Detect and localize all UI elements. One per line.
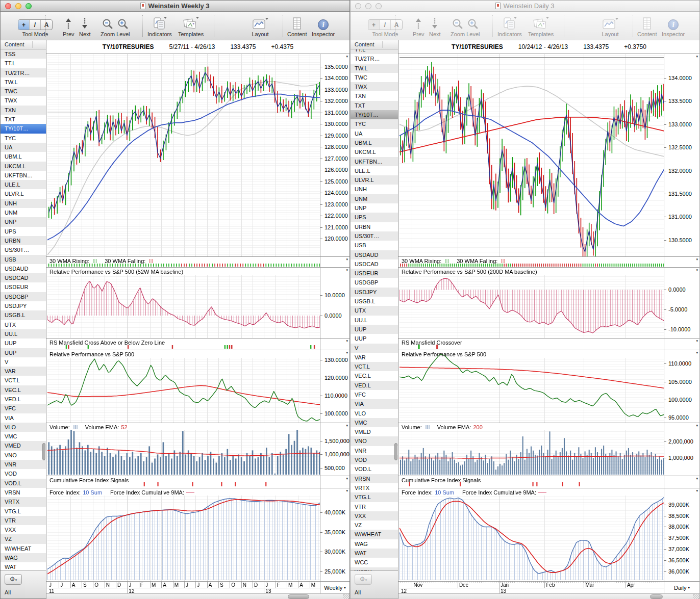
sidebar-item-vxx[interactable]: VXX (1, 525, 46, 534)
panel-disclosure-icon[interactable]: ▾ (346, 488, 348, 493)
sidebar-item-ubm-l[interactable]: UBM.L (351, 138, 398, 147)
panel-disclosure-icon[interactable]: ▾ (346, 476, 348, 481)
sidebar-item-usgb-l[interactable]: USGB.L (351, 297, 398, 306)
sidebar-item-var[interactable]: VAR (1, 367, 46, 376)
horizontal-scrollbar[interactable] (398, 593, 699, 599)
sidebar-item-usgb-l[interactable]: USGB.L (1, 310, 46, 320)
sidebar-item-wcc[interactable]: WCC (351, 558, 398, 567)
panel-disclosure-icon[interactable]: ▾ (696, 54, 698, 59)
sidebar-item-vod[interactable]: VOD (351, 455, 398, 464)
scrollbar-thumb[interactable] (650, 594, 663, 599)
sidebar-item-vct-l[interactable]: VCT.L (351, 362, 398, 371)
gear-menu-button[interactable]: ⚙▾ (355, 574, 372, 585)
sidebar-item-tt-l[interactable]: TT.L (1, 59, 46, 68)
tool-line-button[interactable]: / (30, 20, 41, 30)
sidebar-item-vz[interactable]: VZ (351, 520, 398, 530)
sidebar-item-ups[interactable]: UPS (1, 227, 46, 236)
panel-disclosure-icon[interactable]: ▾ (696, 338, 698, 343)
sidebar-item-uup[interactable]: UUP (1, 338, 46, 348)
sidebar-item-vmc[interactable]: VMC (351, 418, 398, 427)
layout-button[interactable]: Layout (252, 15, 269, 37)
sidebar-item-tw-l[interactable]: TW.L (1, 77, 46, 87)
sidebar-item-uup[interactable]: UUP (351, 325, 398, 334)
inspector-button[interactable]: Inspector (312, 15, 335, 37)
sidebar-item-ved-l[interactable]: VED.L (351, 381, 398, 390)
sidebar-item-via[interactable]: VIA (1, 413, 46, 423)
zoom-out-icon[interactable] (102, 18, 114, 30)
sidebar-item-txt[interactable]: TXT (351, 101, 398, 110)
sidebar-item-usdcad[interactable]: USDCAD (1, 273, 46, 282)
panel-disclosure-icon[interactable]: ▾ (696, 423, 698, 428)
sidebar-item-ukftbn[interactable]: UKFTBN… (1, 171, 46, 180)
sidebar-item-vec-l[interactable]: VEC.L (351, 371, 398, 380)
volume-canvas[interactable] (47, 423, 321, 476)
sidebar-item-vno[interactable]: VNO (351, 436, 398, 446)
sidebar-item-via[interactable]: VIA (351, 399, 398, 408)
sidebar-header[interactable]: Content (351, 40, 398, 49)
sidebar-item-utx[interactable]: UTX (351, 306, 398, 315)
sidebar-item-uup[interactable]: UUP (351, 334, 398, 343)
sidebar-item-ukftbn[interactable]: UKFTBN… (351, 157, 398, 166)
inspector-button[interactable]: Inspector (662, 15, 685, 37)
sidebar-item-ua[interactable]: UA (1, 143, 46, 152)
sidebar-item-tu-2tr[interactable]: TU/2TR… (351, 54, 398, 63)
templates-button[interactable]: Templates (178, 15, 204, 37)
relative-strength-canvas[interactable] (47, 350, 321, 423)
sidebar-item-vnr[interactable]: VNR (1, 460, 46, 469)
main-chart-canvas[interactable] (399, 54, 665, 256)
sidebar-item-uu-l[interactable]: UU.L (351, 316, 398, 325)
sidebar-item-v[interactable]: V (1, 357, 46, 367)
sidebar-item-ty-10t[interactable]: TY/10T… (1, 124, 46, 133)
sidebar-item-us-30t[interactable]: US/30T… (1, 245, 46, 254)
force-index-canvas[interactable] (47, 488, 321, 581)
panel-disclosure-icon[interactable]: ▾ (346, 257, 348, 262)
sidebar-item-vno[interactable]: VNO (1, 451, 46, 460)
sidebar-item-vec-l[interactable]: VEC.L (1, 385, 46, 395)
main-chart-canvas[interactable] (47, 54, 321, 256)
sidebar-item-vct-l[interactable]: VCT.L (1, 376, 46, 385)
sidebar-item-usdaud[interactable]: USDAUD (1, 264, 46, 273)
panel-disclosure-icon[interactable]: ▾ (696, 488, 698, 493)
sidebar-item-usb[interactable]: USB (351, 241, 398, 250)
sidebar-item-usdcad[interactable]: USDCAD (351, 259, 398, 269)
panel-disclosure-icon[interactable]: ▾ (696, 257, 698, 262)
sidebar-scrollbar[interactable] (42, 443, 45, 460)
sidebar-item-ubm-l[interactable]: UBM.L (1, 152, 46, 161)
sidebar-item-vtr[interactable]: VTR (351, 502, 398, 511)
sidebar-item-twx[interactable]: TWX (351, 82, 398, 91)
panel-disclosure-icon[interactable]: ▾ (346, 338, 348, 343)
sidebar-item-unp[interactable]: UNP (1, 217, 46, 226)
tool-text-button[interactable]: A (391, 20, 402, 30)
sidebar-item-wat[interactable]: WAT (351, 549, 398, 558)
sidebar-item-wag[interactable]: WAG (1, 553, 46, 562)
sidebar-item-vmc[interactable]: VMC (1, 432, 46, 441)
sidebar-item-tw-l[interactable]: TW.L (351, 64, 398, 73)
sidebar-item-utx[interactable]: UTX (1, 320, 46, 329)
sidebar-item-ulvr-l[interactable]: ULVR.L (1, 189, 46, 198)
volume-canvas[interactable] (399, 423, 665, 476)
layout-button[interactable]: Layout (602, 15, 619, 37)
sidebar-item-vfc[interactable]: VFC (351, 390, 398, 399)
sidebar-item-vrsn[interactable]: VRSN (1, 488, 46, 497)
resize-grip-icon[interactable] (343, 594, 349, 599)
sidebar-item-ua[interactable]: UA (351, 129, 398, 138)
sidebar-item-usdaud[interactable]: USDAUD (351, 250, 398, 259)
sidebar-item-vrtx[interactable]: VRTX (351, 483, 398, 492)
panel-disclosure-icon[interactable]: ▾ (696, 476, 698, 481)
next-button[interactable]: Next (429, 15, 441, 37)
sidebar-item-usdeur[interactable]: USDEUR (351, 269, 398, 278)
sidebar-item-uup[interactable]: UUP (1, 348, 46, 357)
sidebar-item-vrsn[interactable]: VRSN (351, 474, 398, 483)
content-button[interactable]: Content (637, 15, 657, 37)
histogram-canvas[interactable] (47, 268, 321, 338)
sidebar-item-vnr[interactable]: VNR (351, 446, 398, 455)
sidebar-item-twc[interactable]: TWC (1, 87, 46, 96)
sidebar-item-usdjpy[interactable]: USDJPY (1, 301, 46, 310)
sidebar-item-ulvr-l[interactable]: ULVR.L (351, 175, 398, 185)
sidebar-item-twx[interactable]: TWX (1, 96, 46, 105)
sidebar-item-vrtx[interactable]: VRTX (1, 497, 46, 506)
templates-button[interactable]: Templates (528, 15, 554, 37)
gear-menu-button[interactable]: ⚙▾ (5, 574, 22, 585)
sidebar-item-tss[interactable]: TSS (1, 49, 46, 59)
sidebar-item-ups[interactable]: UPS (351, 213, 398, 222)
